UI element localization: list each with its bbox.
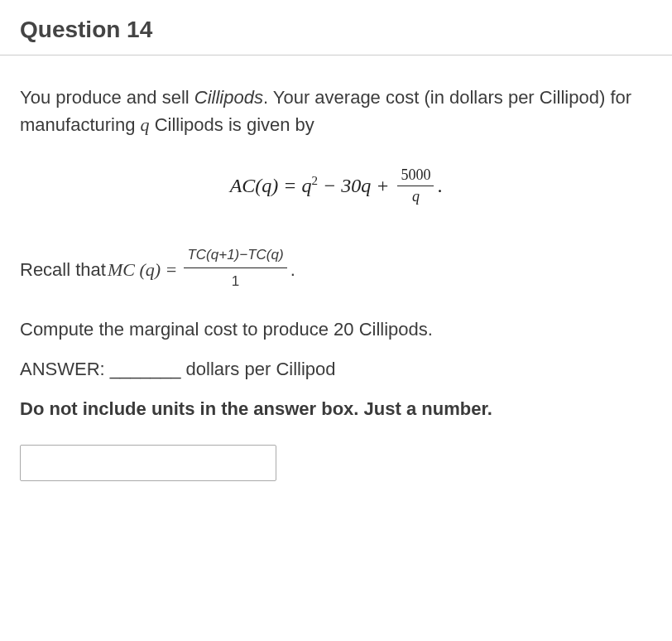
recall-line: Recall that MC (q) = TC(q+1)−TC(q) 1 . [20,245,652,294]
answer-input[interactable] [20,445,276,481]
mc-fraction: TC(q+1)−TC(q) 1 [184,243,286,292]
section-divider [0,55,672,55]
mc-tail: . [290,255,295,284]
ac-frac-den: q [397,186,434,205]
ac-mid: − 30q + [318,175,394,196]
answer-blank: _______ [110,359,181,379]
answer-prefix: ANSWER: [20,359,110,379]
variable-q: q [141,114,150,135]
product-name: Cillipods [194,87,263,108]
ac-formula: AC(q) = q2 − 30q + 5000q. [20,168,652,207]
ac-tail: . [437,175,442,196]
mc-frac-num: TC(q+1)−TC(q) [184,243,286,268]
mc-frac-den: 1 [184,268,286,292]
answer-suffix: dollars per Cillipod [180,359,335,379]
answer-note: Do not include units in the answer box. … [20,398,652,420]
question-title: Question 14 [20,17,652,43]
compute-instruction: Compute the marginal cost to produce 20 … [20,319,652,340]
mc-lhs: MC (q) = [108,255,178,284]
ac-fraction: 5000q [397,166,434,205]
ac-lhs: AC(q) = q [230,175,312,196]
recall-prefix: Recall that [20,255,106,284]
intro-part3: Cillipods is given by [150,114,314,135]
ac-frac-num: 5000 [397,166,434,186]
ac-exponent: 2 [311,174,318,187]
intro-part1: You produce and sell [20,87,194,108]
answer-line: ANSWER: _______ dollars per Cillipod [20,359,652,380]
question-intro: You produce and sell Cillipods. Your ave… [20,84,652,138]
